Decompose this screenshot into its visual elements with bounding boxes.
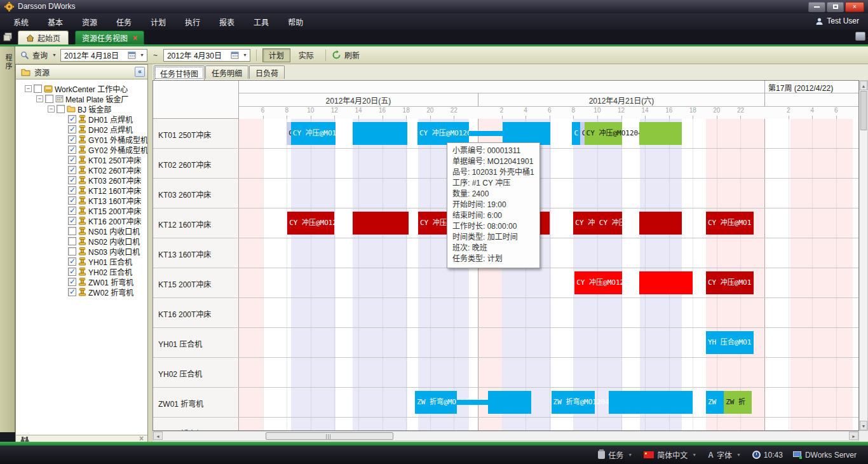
tree-item[interactable]: DH01 点焊机: [59, 114, 133, 124]
tree-item-checkbox[interactable]: [34, 85, 42, 93]
gantt-task-bar[interactable]: C: [572, 122, 580, 145]
collapse-panel-button[interactable]: «: [135, 67, 145, 77]
query-button[interactable]: 查询 ▼: [20, 50, 58, 60]
horizontal-scrollbar[interactable]: ◄ ►: [153, 431, 859, 441]
date-to-field[interactable]: 2012年 4月30日 ▼: [163, 49, 250, 62]
tree-item[interactable]: ZW02 折弯机: [59, 287, 133, 297]
date-from-field[interactable]: 2012年 4月18日 ▼: [60, 49, 147, 62]
tree-item[interactable]: GY01 外桶成型机: [59, 134, 147, 144]
scroll-right-icon[interactable]: ►: [849, 432, 858, 440]
tree-item[interactable]: NS03 内收口机: [59, 246, 140, 256]
tab-close-icon[interactable]: ×: [133, 34, 137, 43]
gantt-task-bar[interactable]: CY 冲 CY 冲压@MO12041904: [573, 212, 622, 235]
tree-item[interactable]: −BJ 钣金部: [48, 104, 111, 114]
menu-item-2[interactable]: 基本: [38, 14, 72, 30]
tree-item-checkbox[interactable]: [68, 196, 76, 205]
tree-item-checkbox[interactable]: [68, 227, 76, 235]
gantt-task-bar[interactable]: CY 冲压@MO1: [706, 212, 754, 235]
refresh-button[interactable]: 刷新: [332, 50, 361, 60]
menu-item-6[interactable]: 执行: [175, 14, 210, 30]
tree-item-checkbox[interactable]: [57, 105, 65, 113]
tree-item[interactable]: KT13 160T冲床: [59, 195, 141, 205]
menu-item-9[interactable]: 帮助: [278, 14, 313, 30]
dropdown-icon[interactable]: ▼: [735, 453, 742, 457]
statusbar-tasks[interactable]: 任务▼: [598, 449, 634, 460]
gantt-task-bar[interactable]: CY 冲压@MO1: [706, 271, 754, 294]
tree-expander-icon[interactable]: −: [48, 106, 55, 113]
calendar-icon[interactable]: [128, 51, 136, 59]
tree-item[interactable]: KT01 250T冲床: [59, 154, 141, 165]
tree-item-checkbox[interactable]: [68, 156, 76, 164]
gantt-task-bar[interactable]: [353, 122, 407, 145]
tab-resource-task-view[interactable]: 资源任务视图 ×: [75, 31, 144, 44]
actual-toggle-button[interactable]: 实际: [293, 48, 320, 62]
date-to-dropdown-icon[interactable]: ▼: [241, 53, 248, 57]
scroll-up-icon[interactable]: ▲: [860, 81, 867, 90]
tab-daily-load[interactable]: 日负荷: [249, 65, 285, 79]
statusbar-server[interactable]: DWorks Server: [793, 451, 857, 460]
vertical-scroll-thumb[interactable]: [860, 91, 867, 130]
tree-item[interactable]: KT16 200T冲床: [59, 215, 141, 226]
tree-expander-icon[interactable]: −: [25, 85, 32, 92]
tree-item-checkbox[interactable]: [68, 186, 76, 194]
tree-item-checkbox[interactable]: [68, 166, 76, 174]
gantt-task-bar[interactable]: C: [287, 122, 291, 145]
tab-start-page[interactable]: 起始页: [18, 31, 69, 44]
tab-task-detail[interactable]: 任务明细: [205, 65, 248, 79]
plan-toggle-button[interactable]: 计划: [262, 48, 290, 62]
tree-item[interactable]: KT15 200T冲床: [59, 205, 141, 215]
gantt-task-bar[interactable]: YH 压合@MO1: [706, 331, 754, 354]
menu-item-1[interactable]: 系统: [4, 14, 38, 30]
gantt-task-bar[interactable]: [639, 271, 693, 294]
tree-item[interactable]: −WorkCenter 工作中心: [25, 83, 128, 93]
vertical-scrollbar[interactable]: ▲ ▼: [859, 80, 868, 431]
tree-item[interactable]: NS01 内收口机: [59, 226, 140, 236]
tree-item-checkbox[interactable]: [68, 176, 76, 184]
tree-item-checkbox[interactable]: [68, 268, 76, 276]
statusbar-clock[interactable]: 10:43: [752, 451, 783, 460]
calendar-icon[interactable]: [231, 51, 239, 59]
tree-item-checkbox[interactable]: [68, 217, 76, 225]
gantt-task-bar[interactable]: ZW 折: [724, 391, 752, 414]
tree-item[interactable]: YH02 压合机: [59, 266, 132, 276]
scroll-down-icon[interactable]: ▼: [860, 421, 867, 430]
close-button[interactable]: ×: [845, 2, 864, 12]
gantt-task-bar[interactable]: CY 冲压@MO12041902: [585, 122, 623, 145]
gantt-task-bar[interactable]: [639, 122, 682, 145]
panel-splitter[interactable]: [148, 64, 153, 442]
gantt-task-bar[interactable]: [503, 122, 550, 145]
gantt-task-bar[interactable]: CY 冲压@MO12041901: [291, 122, 336, 145]
tree-item-checkbox[interactable]: [68, 125, 76, 133]
tree-item-checkbox[interactable]: [68, 207, 76, 215]
dropdown-icon[interactable]: ▼: [691, 453, 698, 457]
tree-item-checkbox[interactable]: [68, 288, 76, 296]
tree-item[interactable]: KT12 160T冲床: [59, 185, 141, 195]
tree-item[interactable]: KT02 260T冲床: [59, 165, 141, 175]
maximize-button[interactable]: [827, 2, 844, 12]
scroll-left-icon[interactable]: ◄: [153, 432, 163, 440]
tree-item[interactable]: ZW01 折弯机: [59, 276, 133, 287]
gantt-task-bar[interactable]: ZW 折弯@MO12041901: [415, 391, 457, 414]
gantt-task-bar[interactable]: C: [580, 122, 585, 145]
gantt-task-bar[interactable]: CY 冲压@MO12041901: [417, 122, 469, 145]
gantt-task-bar[interactable]: [353, 212, 409, 235]
windows-stack-icon[interactable]: [2, 31, 14, 43]
menu-item-3[interactable]: 资源: [72, 14, 107, 30]
menu-item-4[interactable]: 任务: [107, 14, 141, 30]
horizontal-scroll-thumb[interactable]: [266, 432, 393, 440]
gantt-task-bar[interactable]: ZW 折弯@MO12041901: [552, 391, 595, 414]
tree-item-checkbox[interactable]: [68, 278, 76, 286]
window-layout-icon[interactable]: [855, 32, 865, 41]
tree-item[interactable]: −Metal Plate 钣金厂: [36, 93, 128, 104]
tree-item-checkbox[interactable]: [68, 237, 76, 245]
tree-item-checkbox[interactable]: [45, 95, 53, 103]
query-dropdown-icon[interactable]: ▼: [51, 53, 58, 57]
tree-item-checkbox[interactable]: [68, 247, 76, 256]
gantt-task-bar[interactable]: CY 冲压@MO12041904: [287, 212, 334, 235]
menu-item-5[interactable]: 计划: [141, 14, 175, 30]
minimize-button[interactable]: [808, 2, 825, 12]
gantt-task-bar[interactable]: CY 冲压@MO12041903: [574, 271, 622, 294]
menu-item-8[interactable]: 工具: [244, 14, 278, 30]
tab-task-gantt[interactable]: 任务甘特图: [154, 65, 205, 80]
statusbar-font[interactable]: A字体▼: [708, 449, 742, 460]
